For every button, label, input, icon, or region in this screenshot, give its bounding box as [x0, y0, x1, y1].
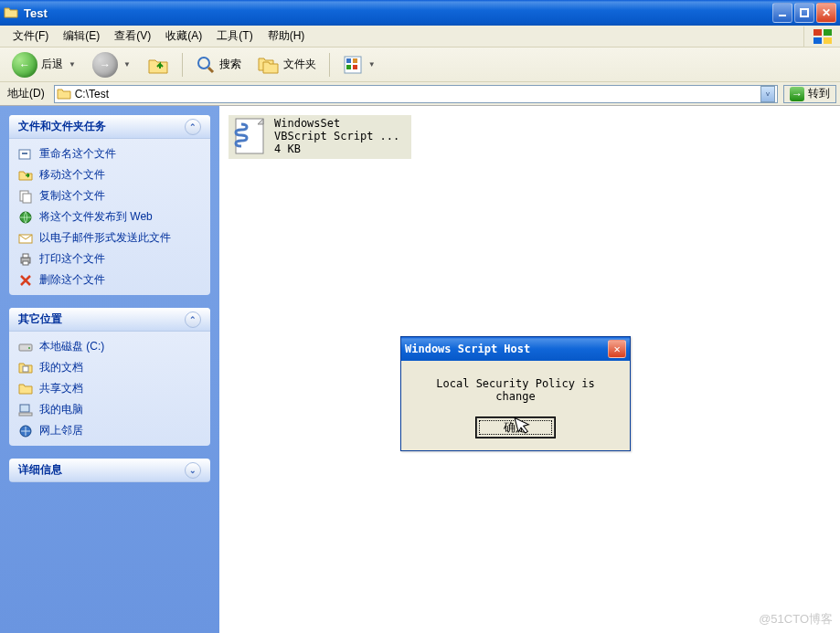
back-arrow-icon: ← — [12, 52, 37, 78]
place-shared[interactable]: 共享文档 — [18, 381, 201, 396]
task-label: 重命名这个文件 — [39, 146, 116, 162]
dialog-ok-button[interactable]: 确定 — [476, 417, 555, 438]
svg-rect-22 — [19, 344, 32, 351]
place-label: 我的文档 — [39, 360, 83, 375]
forward-button[interactable]: → ▼ — [86, 51, 137, 79]
menu-tools[interactable]: 工具(T) — [209, 26, 260, 47]
svg-rect-16 — [23, 194, 31, 203]
rename-icon — [18, 147, 33, 162]
address-box[interactable]: v — [54, 85, 778, 103]
menu-help[interactable]: 帮助(H) — [261, 26, 313, 47]
chevron-down-icon: ▼ — [367, 60, 376, 69]
file-type: VBScript Script ... — [274, 130, 399, 142]
dialog-close-button[interactable]: ✕ — [608, 340, 626, 358]
svg-rect-20 — [23, 254, 28, 258]
place-localdisk[interactable]: 本地磁盘 (C:) — [18, 339, 201, 354]
dialog-body: Local Security Policy is change 确定 — [401, 361, 630, 450]
documents-icon — [18, 361, 33, 375]
panel-head-details[interactable]: 详细信息 ⌄ — [9, 459, 210, 482]
chevron-down-icon: ▼ — [67, 60, 76, 69]
folder-icon — [4, 5, 18, 20]
place-mydocs[interactable]: 我的文档 — [18, 360, 201, 375]
place-label: 本地磁盘 (C:) — [39, 339, 104, 354]
place-network[interactable]: 网上邻居 — [18, 423, 201, 438]
svg-rect-24 — [23, 366, 28, 372]
folders-button[interactable]: 文件夹 — [251, 51, 323, 79]
svg-rect-2 — [813, 29, 822, 36]
svg-point-23 — [28, 347, 30, 349]
print-icon — [18, 252, 33, 267]
address-bar: 地址(D) v → 转到 — [0, 82, 840, 106]
menubar: 文件(F) 编辑(E) 查看(V) 收藏(A) 工具(T) 帮助(H) — [0, 26, 840, 47]
computer-icon — [18, 403, 33, 417]
file-details: WindowsSet VBScript Script ... 4 KB — [274, 117, 399, 157]
dialog-titlebar[interactable]: Windows Script Host ✕ — [401, 337, 630, 361]
delete-icon — [18, 273, 33, 288]
panel-head-tasks[interactable]: 文件和文件夹任务 ⌃ — [9, 115, 210, 139]
file-size: 4 KB — [274, 142, 399, 155]
svg-rect-26 — [19, 413, 32, 416]
vbscript-file-icon — [232, 117, 269, 157]
chevron-down-icon: ⌄ — [185, 462, 201, 479]
shared-folder-icon — [18, 382, 33, 396]
task-publish[interactable]: 将这个文件发布到 Web — [18, 209, 201, 225]
close-button[interactable]: ✕ — [816, 3, 836, 23]
folder-icon — [57, 87, 71, 101]
folders-icon — [258, 55, 280, 75]
task-rename[interactable]: 重命名这个文件 — [18, 146, 201, 162]
chevron-down-icon: ▼ — [122, 60, 131, 69]
svg-rect-25 — [20, 405, 29, 412]
minimize-button[interactable] — [772, 3, 792, 23]
globe-icon — [18, 210, 33, 225]
address-dropdown-button[interactable]: v — [760, 86, 775, 102]
svg-rect-10 — [353, 58, 357, 63]
menu-favorites[interactable]: 收藏(A) — [158, 26, 209, 47]
go-arrow-icon: → — [790, 87, 804, 101]
up-button[interactable] — [141, 51, 175, 79]
task-copy[interactable]: 复制这个文件 — [18, 188, 201, 204]
menu-file[interactable]: 文件(F) — [5, 26, 56, 47]
address-label: 地址(D) — [4, 86, 48, 101]
svg-rect-1 — [801, 9, 808, 16]
toolbar-separator — [329, 53, 330, 77]
drive-icon — [18, 340, 33, 354]
task-move[interactable]: 移动这个文件 — [18, 167, 201, 183]
place-label: 共享文档 — [39, 381, 83, 396]
place-label: 网上邻居 — [39, 423, 83, 438]
task-label: 移动这个文件 — [39, 167, 105, 183]
views-icon — [343, 55, 363, 75]
task-print[interactable]: 打印这个文件 — [18, 251, 201, 267]
windows-flag-icon — [803, 26, 840, 47]
menu-view[interactable]: 查看(V) — [107, 26, 158, 47]
svg-rect-14 — [22, 153, 27, 154]
panel-head-places[interactable]: 其它位置 ⌃ — [9, 308, 210, 332]
panel-other-places: 其它位置 ⌃ 本地磁盘 (C:) 我的文档 共享文档 我的电脑 网上邻居 — [9, 308, 210, 446]
toolbar: ← 后退 ▼ → ▼ 搜索 文件夹 ▼ — [0, 47, 840, 82]
address-input[interactable] — [71, 88, 760, 100]
back-button[interactable]: ← 后退 ▼ — [5, 51, 82, 79]
panel-title: 文件和文件夹任务 — [18, 119, 106, 134]
email-icon — [18, 231, 33, 246]
back-label: 后退 — [41, 57, 63, 72]
svg-rect-0 — [779, 15, 786, 16]
maximize-button[interactable] — [794, 3, 814, 23]
message-dialog: Windows Script Host ✕ Local Security Pol… — [400, 336, 631, 451]
svg-rect-21 — [23, 261, 28, 265]
task-email[interactable]: 以电子邮件形式发送此文件 — [18, 230, 201, 246]
toolbar-separator — [182, 53, 183, 77]
dialog-message: Local Security Policy is change — [414, 377, 617, 403]
panel-title: 详细信息 — [18, 462, 62, 478]
task-delete[interactable]: 删除这个文件 — [18, 272, 201, 288]
task-label: 删除这个文件 — [39, 272, 105, 288]
panel-title: 其它位置 — [18, 311, 62, 327]
go-label: 转到 — [808, 86, 830, 101]
search-icon — [196, 55, 216, 75]
go-button[interactable]: → 转到 — [783, 85, 836, 103]
menu-edit[interactable]: 编辑(E) — [56, 26, 107, 47]
place-mycomputer[interactable]: 我的电脑 — [18, 402, 201, 417]
network-icon — [18, 424, 33, 438]
search-button[interactable]: 搜索 — [189, 51, 248, 79]
file-item[interactable]: WindowsSet VBScript Script ... 4 KB — [229, 115, 411, 159]
views-button[interactable]: ▼ — [336, 51, 382, 79]
panel-file-tasks: 文件和文件夹任务 ⌃ 重命名这个文件 移动这个文件 复制这个文件 将这个文件发布… — [9, 115, 210, 295]
